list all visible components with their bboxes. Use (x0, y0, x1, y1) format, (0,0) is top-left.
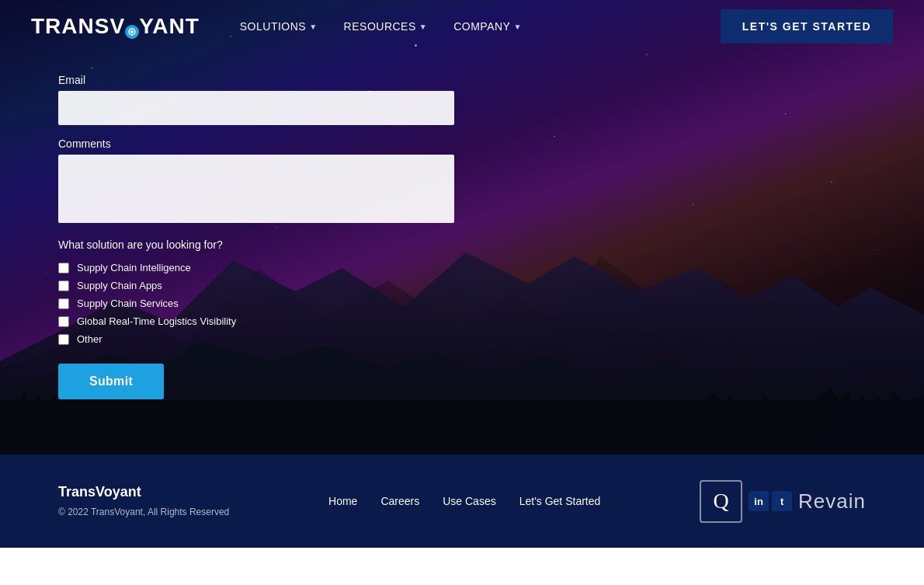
checkbox-supply-chain-apps[interactable]: Supply Chain Apps (58, 280, 481, 291)
email-field-group: Email (58, 74, 481, 125)
contact-form: Email Comments What solution are you loo… (0, 66, 481, 399)
nav-item-resources[interactable]: RESOURCES ▼ (335, 14, 437, 39)
nav-link-solutions[interactable]: SOLUTIONS ▼ (231, 14, 327, 39)
footer-nav-use-cases[interactable]: Use Cases (443, 494, 495, 508)
footer-nav-lets-get-started[interactable]: Let's Get Started (519, 494, 601, 508)
checkbox-other[interactable]: Other (58, 333, 481, 345)
comments-label: Comments (58, 138, 481, 150)
checkbox-input-sci[interactable] (58, 263, 69, 273)
solution-checkboxes: Supply Chain Intelligence Supply Chain A… (58, 262, 481, 345)
submit-button[interactable]: Submit (58, 364, 164, 399)
checkbox-input-other[interactable] (58, 334, 69, 345)
logo[interactable]: TRANSV YANT (31, 14, 200, 39)
email-input[interactable] (58, 91, 454, 125)
revain-text: Revain (798, 489, 866, 514)
footer-link-careers[interactable]: Careers (380, 495, 419, 507)
svg-marker-6 (0, 392, 70, 454)
cta-button[interactable]: LET'S GET STARTED (721, 9, 893, 44)
footer-link-home[interactable]: Home (328, 495, 357, 507)
footer-brand: TransVoyant © 2022 TransVoyant, All Righ… (58, 484, 229, 519)
nav-link-resources[interactable]: RESOURCES ▼ (335, 14, 437, 39)
revain-logo: Q in t Revain (700, 480, 866, 523)
nav-item-solutions[interactable]: SOLUTIONS ▼ (231, 14, 327, 39)
checkbox-input-grl[interactable] (58, 316, 69, 327)
twitter-icon[interactable]: t (772, 491, 792, 511)
hero-section: Email Comments What solution are you loo… (0, 0, 924, 454)
checkbox-supply-chain-services[interactable]: Supply Chain Services (58, 298, 481, 309)
footer-copyright: © 2022 TransVoyant, All Rights Reserved (58, 505, 229, 519)
footer-link-lets-get-started[interactable]: Let's Get Started (519, 495, 601, 507)
svg-point-2 (130, 30, 134, 33)
nav-link-company[interactable]: COMPANY ▼ (444, 14, 531, 39)
chevron-down-icon: ▼ (309, 23, 317, 31)
footer-nav-careers[interactable]: Careers (380, 494, 419, 508)
logo-text: TRANSV YANT (31, 14, 200, 39)
checkbox-input-scs[interactable] (58, 298, 69, 309)
checkbox-supply-chain-intelligence[interactable]: Supply Chain Intelligence (58, 262, 481, 273)
linkedin-icon[interactable]: in (749, 491, 769, 511)
footer: TransVoyant © 2022 TransVoyant, All Righ… (0, 454, 924, 548)
revain-q-symbol: Q (713, 489, 728, 514)
footer-logo-text: TransVoyant (58, 484, 229, 500)
footer-nav: Home Careers Use Cases Let's Get Started (328, 494, 600, 508)
navbar: TRANSV YANT SOLUTIONS ▼ RESOURCES ▼ (0, 0, 924, 53)
checkbox-input-sca[interactable] (58, 280, 69, 291)
checkbox-global-logistics[interactable]: Global Real-Time Logistics Visibility (58, 315, 481, 327)
chevron-down-icon: ▼ (513, 23, 521, 31)
comments-input[interactable] (58, 155, 454, 223)
revain-icon: Q (700, 480, 742, 523)
solution-question: What solution are you looking for? (58, 239, 481, 251)
footer-right: Q in t Revain (700, 480, 866, 523)
nav-links: SOLUTIONS ▼ RESOURCES ▼ COMPANY ▼ (231, 14, 531, 39)
email-label: Email (58, 74, 481, 86)
comments-field-group: Comments (58, 138, 481, 226)
logo-icon (125, 25, 139, 39)
chevron-down-icon: ▼ (419, 23, 427, 31)
nav-item-company[interactable]: COMPANY ▼ (444, 14, 531, 39)
footer-nav-home[interactable]: Home (328, 494, 357, 508)
social-icons: in t (749, 491, 792, 511)
footer-link-use-cases[interactable]: Use Cases (443, 495, 495, 507)
